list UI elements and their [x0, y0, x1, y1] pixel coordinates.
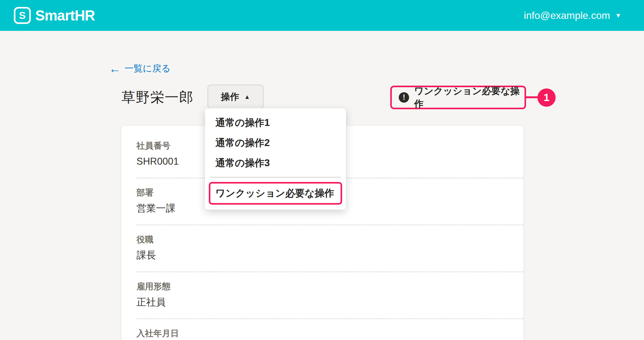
chevron-down-icon: ▼	[615, 12, 621, 19]
smarthr-logo-icon: S	[14, 7, 31, 24]
warn-menu-highlight-box: ワンクッション必要な操作	[209, 182, 342, 205]
account-email: info@example.com	[524, 10, 610, 21]
menu-divider	[210, 177, 341, 178]
brand-name: SmartHR	[35, 7, 95, 24]
back-arrow-icon: ←	[109, 63, 121, 75]
actions-dropdown-menu: 通常の操作1 通常の操作2 通常の操作3 ワンクッション必要な操作	[205, 108, 346, 210]
annotation-badge-1: 1	[537, 88, 556, 107]
menu-item-normal-2[interactable]: 通常の操作2	[205, 133, 346, 153]
back-link-label: 一覧に戻る	[125, 62, 170, 75]
field-row-employment-type: 雇用形態 正社員	[136, 272, 524, 319]
field-label: 入社年月日	[136, 329, 524, 338]
field-row-hire-date: 入社年月日	[136, 319, 524, 340]
field-label: 雇用形態	[136, 282, 524, 291]
caret-up-icon: ▲	[244, 94, 250, 100]
page-title: 草野栄一郎	[121, 88, 194, 107]
menu-item-normal-1[interactable]: 通常の操作1	[205, 113, 346, 133]
back-to-list-link[interactable]: ← 一覧に戻る	[109, 62, 170, 75]
field-row-position: 役職 課長	[136, 225, 524, 272]
account-menu[interactable]: info@example.com ▼	[524, 10, 621, 21]
smarthr-logo[interactable]: S SmartHR	[14, 7, 95, 24]
field-value: 正社員	[136, 297, 524, 307]
logo-letter: S	[19, 10, 25, 21]
menu-item-normal-3[interactable]: 通常の操作3	[205, 153, 346, 173]
annotation-number-1: 1	[544, 92, 549, 104]
menu-item-warn[interactable]: ワンクッション必要な操作	[215, 187, 334, 200]
actions-button-label: 操作	[221, 91, 239, 103]
app-header: S SmartHR info@example.com ▼	[0, 0, 644, 31]
actions-dropdown-button[interactable]: 操作 ▲	[208, 85, 264, 109]
field-value: 課長	[136, 250, 524, 260]
field-label: 役職	[136, 235, 524, 244]
warn-action-highlight-box: ! ワンクッション必要な操作	[390, 86, 526, 109]
warn-action-button[interactable]: ワンクッション必要な操作	[414, 85, 525, 110]
annotation-connector-1	[525, 96, 538, 98]
exclamation-icon: !	[399, 92, 409, 103]
